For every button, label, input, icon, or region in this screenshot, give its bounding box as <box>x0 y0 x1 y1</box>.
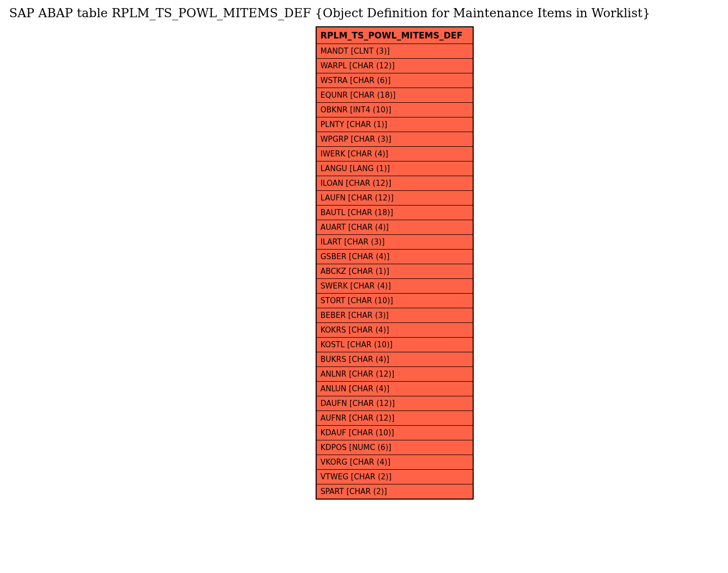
table-row: KDPOS [NUMC (6)] <box>316 440 473 455</box>
table-row: KOKRS [CHAR (4)] <box>316 323 473 338</box>
table-row: WARPL [CHAR (12)] <box>316 59 473 73</box>
table-row: ABCKZ [CHAR (1)] <box>316 264 473 279</box>
table-row: BEBER [CHAR (3)] <box>316 308 473 323</box>
page-title: SAP ABAP table RPLM_TS_POWL_MITEMS_DEF {… <box>9 6 719 20</box>
table-row: KDAUF [CHAR (10)] <box>316 426 473 440</box>
field-cell: IWERK [CHAR (4)] <box>316 147 473 161</box>
field-cell: KOKRS [CHAR (4)] <box>316 323 473 338</box>
field-cell: STORT [CHAR (10)] <box>316 294 473 308</box>
field-cell: PLNTY [CHAR (1)] <box>316 117 473 132</box>
table-row: PLNTY [CHAR (1)] <box>316 117 473 132</box>
table-row: SPART [CHAR (2)] <box>316 484 473 500</box>
table-wrapper: RPLM_TS_POWL_MITEMS_DEF MANDT [CLNT (3)]… <box>9 26 719 500</box>
table-row: GSBER [CHAR (4)] <box>316 250 473 264</box>
field-cell: WARPL [CHAR (12)] <box>316 59 473 73</box>
table-container: RPLM_TS_POWL_MITEMS_DEF MANDT [CLNT (3)]… <box>316 26 474 500</box>
field-cell: ILART [CHAR (3)] <box>316 235 473 250</box>
field-cell: KDAUF [CHAR (10)] <box>316 426 473 440</box>
table-row: LANGU [LANG (1)] <box>316 161 473 176</box>
field-cell: KDPOS [NUMC (6)] <box>316 440 473 455</box>
field-cell: ABCKZ [CHAR (1)] <box>316 264 473 279</box>
field-cell: SPART [CHAR (2)] <box>316 484 473 500</box>
field-cell: ANLUN [CHAR (4)] <box>316 382 473 396</box>
table-body: MANDT [CLNT (3)] WARPL [CHAR (12)] WSTRA… <box>316 44 473 500</box>
table-row: WSTRA [CHAR (6)] <box>316 73 473 88</box>
table-row: ANLNR [CHAR (12)] <box>316 367 473 382</box>
table-row: KOSTL [CHAR (10)] <box>316 338 473 352</box>
table-row: SWERK [CHAR (4)] <box>316 279 473 294</box>
field-cell: LANGU [LANG (1)] <box>316 161 473 176</box>
table-row: AUFNR [CHAR (12)] <box>316 411 473 426</box>
table-row: EQUNR [CHAR (18)] <box>316 88 473 103</box>
field-cell: SWERK [CHAR (4)] <box>316 279 473 294</box>
field-cell: VKORG [CHAR (4)] <box>316 455 473 470</box>
field-cell: AUFNR [CHAR (12)] <box>316 411 473 426</box>
field-cell: LAUFN [CHAR (12)] <box>316 191 473 206</box>
field-cell: EQUNR [CHAR (18)] <box>316 88 473 103</box>
field-cell: WPGRP [CHAR (3)] <box>316 132 473 147</box>
field-cell: MANDT [CLNT (3)] <box>316 44 473 59</box>
table-row: VTWEG [CHAR (2)] <box>316 470 473 484</box>
field-cell: WSTRA [CHAR (6)] <box>316 73 473 88</box>
field-cell: ILOAN [CHAR (12)] <box>316 176 473 191</box>
table-row: WPGRP [CHAR (3)] <box>316 132 473 147</box>
field-cell: GSBER [CHAR (4)] <box>316 250 473 264</box>
table-row: ANLUN [CHAR (4)] <box>316 382 473 396</box>
field-cell: ANLNR [CHAR (12)] <box>316 367 473 382</box>
field-cell: KOSTL [CHAR (10)] <box>316 338 473 352</box>
abap-table: RPLM_TS_POWL_MITEMS_DEF MANDT [CLNT (3)]… <box>316 26 474 500</box>
field-cell: DAUFN [CHAR (12)] <box>316 396 473 411</box>
table-row: LAUFN [CHAR (12)] <box>316 191 473 206</box>
field-cell: VTWEG [CHAR (2)] <box>316 470 473 484</box>
table-row: STORT [CHAR (10)] <box>316 294 473 308</box>
field-cell: BAUTL [CHAR (18)] <box>316 206 473 220</box>
table-header-row: RPLM_TS_POWL_MITEMS_DEF <box>316 27 473 44</box>
table-row: BAUTL [CHAR (18)] <box>316 206 473 220</box>
table-header-cell: RPLM_TS_POWL_MITEMS_DEF <box>316 27 473 44</box>
field-cell: OBKNR [INT4 (10)] <box>316 103 473 117</box>
table-row: ILOAN [CHAR (12)] <box>316 176 473 191</box>
table-row: OBKNR [INT4 (10)] <box>316 103 473 117</box>
table-row: ILART [CHAR (3)] <box>316 235 473 250</box>
table-row: MANDT [CLNT (3)] <box>316 44 473 59</box>
table-row: BUKRS [CHAR (4)] <box>316 352 473 367</box>
table-row: AUART [CHAR (4)] <box>316 220 473 235</box>
table-row: DAUFN [CHAR (12)] <box>316 396 473 411</box>
field-cell: BUKRS [CHAR (4)] <box>316 352 473 367</box>
table-row: VKORG [CHAR (4)] <box>316 455 473 470</box>
field-cell: AUART [CHAR (4)] <box>316 220 473 235</box>
table-row: IWERK [CHAR (4)] <box>316 147 473 161</box>
field-cell: BEBER [CHAR (3)] <box>316 308 473 323</box>
